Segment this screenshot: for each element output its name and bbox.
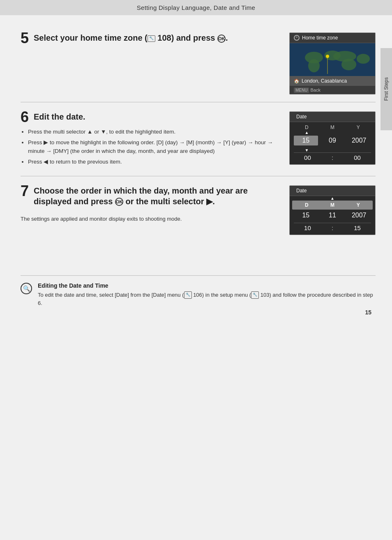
date-sel-y: Y (345, 202, 371, 208)
step-6-header: 6 Edit the date. (21, 111, 277, 126)
step-5-number: 5 (21, 31, 29, 46)
date-time-row-1: 00 : 00 (290, 153, 375, 164)
note-ref1-icon: 🔧 (184, 291, 192, 299)
step-6-section: 6 Edit the date. Press the multi selecto… (21, 102, 376, 176)
date-header-2: Date (290, 186, 375, 196)
step-6-body: Press the multi selector ▲ or ▼, to edit… (21, 128, 277, 166)
screen-location-bar: 🏠 London, Casablanca (290, 76, 375, 86)
step-5-section: 5 Select your home time zone (🔧 108) and… (21, 23, 376, 102)
screen-title-bar: Home time zone (290, 33, 375, 43)
date-sel-m: M (320, 202, 346, 208)
svg-point-2 (308, 59, 320, 72)
header-title: Setting Display Language, Date and Time (137, 4, 256, 11)
date-val-m-2: 11 (321, 210, 345, 220)
screen-title: Home time zone (302, 35, 338, 41)
arrow-top-y-empty (345, 196, 371, 201)
ref-icon-108: 🔧 (148, 35, 155, 42)
time-min-2: 15 (354, 224, 361, 231)
time-colon-1: : (332, 154, 333, 161)
date-val-d-2: 15 (294, 210, 318, 220)
arrow-up-y-empty (345, 130, 371, 135)
date-val-y: 2007 (347, 136, 371, 145)
step-6-number: 6 (21, 110, 29, 125)
step-5-left: 5 Select your home time zone (🔧 108) and… (21, 32, 277, 47)
arrow-up-m-empty (320, 130, 346, 135)
step-7-header: 7 Choose the order in which the day, mon… (21, 185, 277, 211)
world-map-svg (290, 43, 375, 76)
step-7-title: Choose the order in which the day, month… (21, 185, 277, 207)
note-title: Editing the Date and Time (38, 282, 376, 289)
arrow-down-m-empty (320, 148, 346, 152)
date-screen-1: Date D M Y ▲ 15 09 2007 ▼ (289, 111, 376, 165)
screen-map (290, 43, 375, 76)
date-values-2: 15 11 2007 (290, 210, 375, 223)
page-number: 15 (365, 309, 371, 316)
date-val-y-2: 2007 (347, 210, 371, 220)
date-header-1: Date (290, 112, 375, 122)
ok-button-icon: OK (217, 35, 226, 43)
step-6-bullet-3: Press ◀ to return to the previous item. (28, 158, 277, 166)
clock-icon (294, 35, 300, 41)
note-ref2: 103 (261, 292, 270, 298)
step-7-number: 7 (21, 184, 29, 198)
timezone-screen: Home time zone 🏠 (289, 32, 376, 95)
time-hour-1: 00 (304, 154, 311, 161)
step-6-title: Edit the date. (21, 111, 277, 122)
time-colon-2: : (332, 224, 333, 231)
screen-location: London, Casablanca (302, 78, 347, 84)
note-icon: 🔍 (21, 283, 32, 294)
date-val-m: 09 (321, 136, 345, 145)
screen-footer-bar: MENU Back (290, 86, 375, 94)
date-val-d: 15 (294, 136, 318, 145)
date-col-y: Y (345, 125, 371, 130)
page-header: Setting Display Language, Date and Time (0, 0, 392, 15)
date-time-row-2: 10 : 15 (290, 223, 375, 235)
screen-footer-text: MENU Back (294, 88, 321, 92)
time-min-1: 00 (354, 154, 361, 161)
arrow-down-y-empty (345, 148, 371, 152)
date-screen-2: Date ▲ D M Y 15 11 2007 10 : (289, 185, 376, 235)
date-arrow-down-row-1: ▼ (290, 148, 375, 152)
step-5-header: 5 Select your home time zone (🔧 108) and… (21, 32, 277, 47)
date-col-m: M (320, 125, 346, 130)
date-values-1: 15 09 2007 (290, 135, 375, 148)
arrow-up-d: ▲ (294, 130, 320, 135)
note-ref2-icon: 🔧 (251, 291, 259, 299)
note-ref1: 106 (193, 292, 202, 298)
date-top-arrow-row-2: ▲ (290, 196, 375, 201)
step-6-left: 6 Edit the date. Press the multi selecto… (21, 111, 277, 168)
ok-button-icon-7: OK (115, 198, 123, 206)
arrow-down-d: ▼ (294, 148, 320, 152)
note-text: To edit the date and time, select [Date]… (38, 291, 376, 307)
date-col-d: D (294, 125, 320, 130)
step-6-bullets: Press the multi selector ▲ or ▼, to edit… (21, 128, 277, 166)
svg-point-5 (341, 59, 356, 70)
home-icon: 🏠 (294, 78, 300, 84)
date-selected-row: D M Y (292, 201, 373, 210)
sidebar-label: First Steps (380, 48, 392, 130)
step-6-bullet-1: Press the multi selector ▲ or ▼, to edit… (28, 128, 277, 136)
bottom-note-section: 🔍 Editing the Date and Time To edit the … (21, 275, 376, 307)
svg-point-6 (357, 54, 370, 64)
step-7-note: The settings are applied and monitor dis… (21, 215, 277, 223)
back-label: Back (311, 88, 321, 92)
note-icon-symbol: 🔍 (23, 285, 30, 292)
date-sel-d: D (294, 202, 320, 208)
menu-key: MENU (294, 88, 309, 93)
time-hour-2: 10 (304, 224, 311, 231)
arrow-top-d-empty (294, 196, 320, 201)
date-cols-1: D M Y (290, 122, 375, 130)
step-7-section: 7 Choose the order in which the day, mon… (21, 176, 376, 242)
note-content: Editing the Date and Time To edit the da… (38, 282, 376, 307)
date-title-2: Date (296, 188, 307, 194)
step-7-left: 7 Choose the order in which the day, mon… (21, 185, 277, 223)
date-title-1: Date (296, 114, 307, 120)
step-6-bullet-2: Press ▶ to move the highlight in the fol… (28, 138, 277, 156)
date-arrow-up-row-1: ▲ (290, 130, 375, 135)
arrow-top-m: ▲ (320, 196, 346, 201)
step-5-title: Select your home time zone (🔧 108) and p… (21, 32, 277, 43)
